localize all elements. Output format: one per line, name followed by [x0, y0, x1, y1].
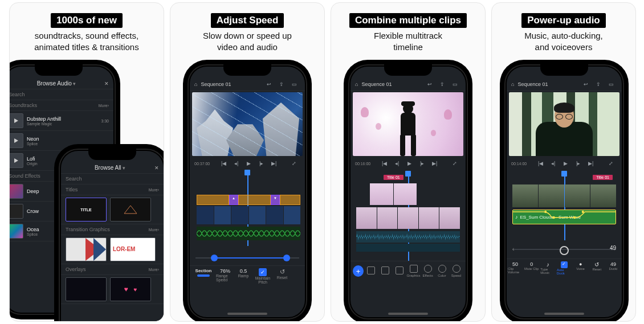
play-icon	[14, 118, 18, 123]
undo-icon[interactable]: ↩	[426, 80, 434, 88]
search-input[interactable]: Search	[66, 176, 82, 182]
cat-soundtracks[interactable]: Soundtracks	[9, 102, 37, 108]
video-preview[interactable]	[192, 92, 303, 156]
timeline[interactable]: Title 01 ♪ ES_Sum Clouds – Sum Wave	[509, 172, 619, 240]
step-back-icon[interactable]: ◂|	[233, 159, 241, 167]
lorem-label: LOR-EM	[113, 247, 135, 252]
cat-transition[interactable]: Transition Graphics	[66, 227, 110, 232]
fullscreen-icon[interactable]: ▭	[290, 80, 298, 88]
section-toggle[interactable]: Section	[192, 268, 215, 277]
undo-icon[interactable]: ↩	[582, 80, 590, 88]
share-icon[interactable]: ⇪	[278, 80, 286, 88]
play-icon[interactable]: ▶	[562, 159, 570, 167]
overlay-thumb[interactable]: ♥ ♥	[110, 277, 151, 301]
track-title: Dubstep Anthill	[27, 116, 61, 122]
cat-overlays[interactable]: Overlays	[66, 266, 86, 272]
auto-duck[interactable]: ✓Auto Duck	[557, 261, 572, 275]
title-thumb[interactable]: TITLE	[66, 198, 107, 222]
tool-effects[interactable]: Effects	[421, 265, 435, 277]
expand-icon[interactable]: ⤢	[290, 159, 298, 167]
tool-speed[interactable]: Speed	[449, 265, 463, 277]
expand-icon[interactable]: ⤢	[607, 159, 615, 167]
chevron-left-icon[interactable]: ‹	[512, 246, 514, 252]
ramp-label: Ramp	[238, 274, 249, 278]
skip-end-icon[interactable]: ▶|	[431, 159, 439, 167]
card1-pill: 1000s of new	[51, 13, 123, 28]
step-fwd-icon[interactable]: |▸	[258, 159, 266, 167]
reset-audio[interactable]: ↺Reset	[589, 261, 604, 275]
tool-item[interactable]	[378, 266, 392, 276]
range-speed-label: Range Speed	[216, 274, 234, 282]
more-link[interactable]: More	[149, 268, 158, 272]
tool-item[interactable]	[392, 266, 406, 276]
add-button[interactable]: +	[353, 265, 364, 277]
reset-button[interactable]: ↺ Reset	[274, 268, 290, 280]
volume-value: 49	[610, 245, 616, 251]
type-music[interactable]: ♪Type Music	[540, 261, 555, 275]
title-clip[interactable]: Title 01	[593, 175, 613, 180]
ducking-amount[interactable]: 49Ducki	[606, 261, 621, 275]
ramp[interactable]: 0.5 Ramp	[235, 268, 251, 278]
cat-titles[interactable]: Titles	[66, 187, 78, 192]
fullscreen-icon[interactable]: ▭	[607, 80, 615, 88]
volume-slider[interactable]: 49 ‹	[512, 244, 616, 255]
tool-item[interactable]	[364, 266, 378, 276]
tool-color[interactable]: Color	[435, 265, 449, 277]
home-icon[interactable]: ⌂	[355, 81, 358, 87]
browse-audio-dropdown[interactable]: Browse Audio	[37, 80, 72, 87]
svg-point-3	[582, 211, 584, 213]
share-icon[interactable]: ⇪	[438, 80, 446, 88]
step-fwd-icon[interactable]: |▸	[418, 159, 426, 167]
more-link[interactable]: More	[99, 104, 108, 108]
browse-all-dropdown[interactable]: Browse All	[95, 165, 121, 171]
play-icon[interactable]: ▶	[245, 159, 253, 167]
heart-icon: ♥	[134, 286, 137, 293]
home-icon[interactable]: ⌂	[511, 81, 514, 87]
fullscreen-icon[interactable]: ▭	[451, 80, 459, 88]
voice[interactable]: ●Voice	[573, 261, 588, 275]
skip-start-icon[interactable]: |◀	[381, 159, 389, 167]
more-link[interactable]: More	[149, 228, 158, 232]
reset-label: Reset	[277, 276, 287, 280]
step-fwd-icon[interactable]: |▸	[574, 159, 582, 167]
step-back-icon[interactable]: ◂|	[393, 159, 401, 167]
speed-range-slider[interactable]	[195, 253, 299, 263]
share-icon[interactable]: ⇪	[594, 80, 602, 88]
expand-icon[interactable]: ⤢	[451, 159, 459, 167]
search-input[interactable]: Search	[9, 92, 25, 97]
tool-graphics[interactable]: Graphics	[406, 265, 421, 277]
timeline[interactable]: Title 01	[353, 172, 463, 261]
track-artist: Splice	[27, 142, 39, 146]
timecode: 00:14:00	[511, 162, 527, 166]
home-icon[interactable]: ⌂	[194, 81, 197, 87]
maintain-pitch-toggle[interactable]: ✓ Maintain Pitch	[252, 268, 273, 284]
close-icon[interactable]: ✕	[104, 81, 109, 87]
more-link[interactable]: More	[149, 188, 158, 192]
close-icon[interactable]: ✕	[154, 165, 159, 171]
overlay-thumb[interactable]	[66, 277, 107, 301]
skip-start-icon[interactable]: |◀	[220, 159, 228, 167]
cat-sound-effects[interactable]: Sound Effects	[9, 173, 40, 179]
title-clip[interactable]: Title 01	[384, 175, 403, 180]
skip-end-icon[interactable]: ▶|	[270, 159, 278, 167]
list-item[interactable]: Dubstep Anthill Sample Magic 3:30	[9, 111, 113, 131]
range-speed[interactable]: 76% Range Speed	[216, 268, 234, 282]
track-title: Deep	[27, 188, 39, 194]
step-back-icon[interactable]: ◂|	[549, 159, 557, 167]
list-item[interactable]: Neon Splice	[9, 131, 113, 151]
card4-sub: Music, auto-ducking, and voiceovers	[492, 30, 635, 52]
title-thumb[interactable]	[110, 198, 151, 222]
play-icon	[14, 138, 18, 143]
video-preview[interactable]	[509, 92, 619, 156]
transition-thumb[interactable]: LOR-EM	[110, 237, 156, 261]
sequence-title: Sequence 01	[201, 81, 231, 87]
video-preview[interactable]	[353, 92, 463, 156]
timeline[interactable]: ▲ ▼	[192, 173, 303, 246]
skip-end-icon[interactable]: ▶|	[587, 159, 595, 167]
skip-start-icon[interactable]: |◀	[537, 159, 545, 167]
undo-icon[interactable]: ↩	[265, 80, 273, 88]
play-icon[interactable]: ▶	[406, 159, 414, 167]
transition-thumb[interactable]	[66, 237, 107, 261]
clip-volume[interactable]: 50Clip Volume	[508, 261, 523, 275]
mute-clip[interactable]: 0Mute Clip	[524, 261, 539, 275]
